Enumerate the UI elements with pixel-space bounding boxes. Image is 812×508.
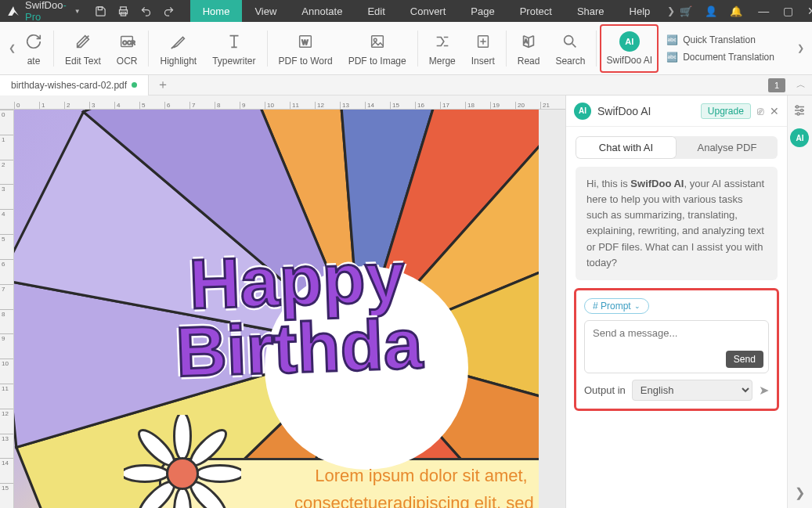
- submit-icon[interactable]: ➤: [759, 383, 769, 398]
- svg-point-12: [565, 35, 573, 44]
- svg-point-27: [175, 488, 191, 508]
- horizontal-ruler: 0123456789101112131415161718192021: [0, 95, 565, 110]
- document-page: Happy Birthda Lorem ipsum dolor sit amet…: [14, 110, 539, 508]
- user-icon[interactable]: 👤: [705, 5, 717, 17]
- bell-icon[interactable]: 🔔: [730, 5, 742, 17]
- menu-home[interactable]: Home: [190, 0, 243, 22]
- ai-icon: AI: [619, 31, 640, 52]
- collapse-pane-icon[interactable]: ︿: [790, 78, 812, 92]
- menu-page[interactable]: Page: [458, 0, 507, 22]
- svg-rect-8: [371, 35, 383, 47]
- app-dropdown-icon[interactable]: ▼: [74, 8, 81, 15]
- svg-text:W: W: [302, 38, 309, 45]
- tab-analyse-pdf[interactable]: Analyse PDF: [677, 136, 778, 159]
- ribbon-highlight[interactable]: Highlight: [152, 24, 204, 73]
- menu-view[interactable]: View: [242, 0, 289, 22]
- svg-point-35: [796, 106, 799, 108]
- svg-text:OCR: OCR: [123, 38, 135, 45]
- send-button[interactable]: Send: [726, 351, 763, 368]
- menu-convert[interactable]: Convert: [398, 0, 459, 22]
- ai-panel-header: AI SwifDoo AI Upgrade ⎚ ✕: [566, 95, 787, 127]
- ribbon-merge[interactable]: Merge: [421, 24, 464, 73]
- ai-tabs: Chat with AI Analyse PDF: [576, 136, 778, 159]
- quick-access-toolbar: [95, 5, 175, 17]
- translate-doc-icon: 🔤: [666, 52, 678, 63]
- app-name: SwifDoo-Pro: [25, 0, 67, 23]
- gutter-expand-icon[interactable]: ❯: [795, 485, 805, 500]
- redo-icon[interactable]: [163, 5, 175, 17]
- minimize-icon[interactable]: ―: [758, 5, 769, 17]
- document-translation-link[interactable]: 🔤Document Translation: [666, 52, 774, 63]
- menu-help[interactable]: Help: [617, 0, 663, 22]
- ribbon-typewriter[interactable]: Typewriter: [204, 24, 263, 73]
- close-icon[interactable]: ✕: [807, 5, 812, 17]
- ribbon-scroll-left[interactable]: ❮: [6, 25, 17, 72]
- ribbon-edit-text[interactable]: Edit Text: [57, 24, 109, 73]
- card-lorem-text: Lorem ipsum dolor sit amet, consectetuer…: [257, 462, 539, 508]
- flower-graphic: [124, 415, 241, 508]
- upgrade-button[interactable]: Upgrade: [701, 103, 751, 119]
- title-bar: SwifDoo-Pro ▼ Home View Annotate Edit Co…: [0, 0, 812, 22]
- ribbon-search[interactable]: Search: [547, 24, 593, 73]
- svg-rect-0: [98, 6, 102, 9]
- svg-point-26: [175, 415, 191, 459]
- undo-icon[interactable]: [140, 5, 152, 17]
- vertical-ruler: 0123456789101112131415: [0, 110, 14, 508]
- main-menu: Home View Annotate Edit Convert Page Pro…: [190, 0, 663, 22]
- ribbon-pdf-to-image[interactable]: PDF to Image: [341, 24, 414, 73]
- ai-close-icon[interactable]: ✕: [770, 105, 779, 117]
- menu-overflow-icon[interactable]: ❯: [662, 5, 680, 16]
- svg-text:A: A: [525, 38, 529, 43]
- card-title: Happy Birthda: [188, 243, 424, 385]
- translate-icon: 🔤: [666, 34, 678, 45]
- print-icon[interactable]: [117, 5, 129, 17]
- ai-badge-icon: AI: [574, 103, 591, 120]
- titlebar-right-icons: 🛒 👤 🔔: [680, 5, 750, 17]
- document-tab[interactable]: birthday-wishes-card-02.pdf: [0, 75, 149, 95]
- output-language-select[interactable]: English: [632, 380, 752, 401]
- ribbon-read[interactable]: ARead: [510, 24, 548, 73]
- right-gutter: AI ❯: [787, 95, 812, 508]
- ribbon-insert[interactable]: Insert: [464, 24, 503, 73]
- quick-translation-link[interactable]: 🔤Quick Translation: [666, 34, 774, 45]
- svg-point-9: [374, 38, 377, 41]
- cart-icon[interactable]: 🛒: [680, 5, 692, 17]
- svg-point-29: [197, 466, 241, 482]
- window-controls: ― ▢ ✕: [750, 5, 812, 17]
- tab-filename: birthday-wishes-card-02.pdf: [11, 80, 127, 91]
- settings-sliders-icon[interactable]: [792, 103, 807, 117]
- menu-annotate[interactable]: Annotate: [289, 0, 355, 22]
- document-tab-row: birthday-wishes-card-02.pdf ＋ 1 ︿: [0, 75, 812, 95]
- svg-point-28: [124, 466, 168, 482]
- app-logo-area: SwifDoo-Pro ▼: [0, 0, 87, 23]
- maximize-icon[interactable]: ▢: [783, 5, 793, 17]
- tab-chat-with-ai[interactable]: Chat with AI: [576, 136, 677, 159]
- ribbon-scroll-right[interactable]: ❯: [795, 25, 806, 72]
- ribbon-ocr[interactable]: OCROCR: [109, 24, 146, 73]
- prompt-chip[interactable]: # Prompt⌄: [584, 298, 649, 314]
- menu-protect[interactable]: Protect: [507, 0, 565, 22]
- message-box: Send: [584, 320, 769, 373]
- main-area: 0123456789101112131415161718192021 01234…: [0, 95, 812, 508]
- ai-panel: AI SwifDoo AI Upgrade ⎚ ✕ Chat with AI A…: [565, 95, 787, 508]
- page-count-badge[interactable]: 1: [768, 78, 785, 92]
- ai-greeting-message: Hi, this is SwifDoo AI, your AI assistan…: [576, 167, 778, 280]
- unsaved-indicator-icon: [132, 82, 137, 88]
- ai-settings-icon[interactable]: ⎚: [757, 105, 763, 117]
- ai-gutter-icon[interactable]: AI: [790, 128, 809, 147]
- add-tab-button[interactable]: ＋: [149, 77, 177, 93]
- page-viewport[interactable]: Happy Birthda Lorem ipsum dolor sit amet…: [14, 110, 565, 508]
- ribbon-pdf-to-word[interactable]: WPDF to Word: [271, 24, 341, 73]
- save-icon[interactable]: [95, 5, 106, 17]
- menu-edit[interactable]: Edit: [355, 0, 397, 22]
- ribbon-rotate[interactable]: ate: [17, 24, 50, 73]
- ai-panel-title: SwifDoo AI: [597, 105, 695, 117]
- app-logo-icon: [6, 4, 20, 18]
- svg-point-34: [168, 459, 198, 489]
- menu-share[interactable]: Share: [565, 0, 617, 22]
- ai-input-area: # Prompt⌄ Send Output in English ➤: [574, 288, 779, 411]
- ribbon: ❮ ate Edit Text OCROCR Highlight Typewri…: [0, 22, 812, 75]
- ribbon-swifdoo-ai[interactable]: AISwifDoo AI: [600, 24, 659, 73]
- svg-point-36: [801, 110, 803, 112]
- message-input[interactable]: [585, 321, 768, 345]
